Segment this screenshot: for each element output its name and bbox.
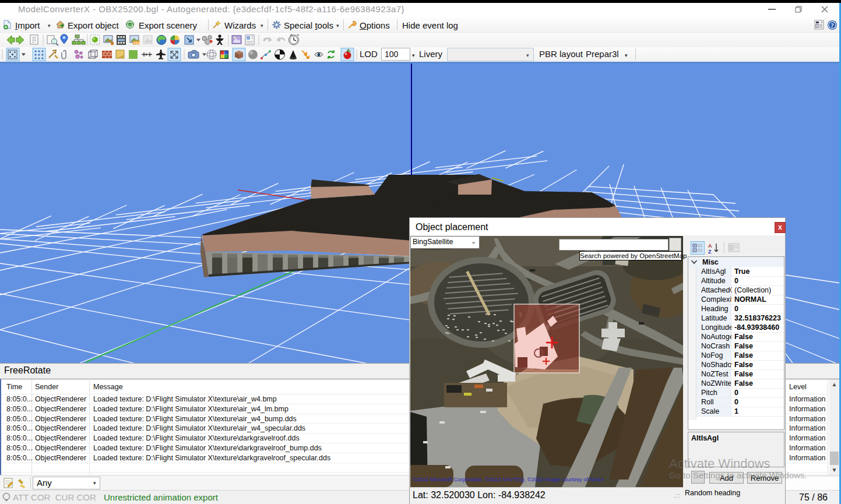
svg-text:XML: XML <box>133 41 142 45</box>
svg-text:©2022 Microsoft Corporation, ©: ©2022 Microsoft Corporation, ©2022 NAVTE… <box>413 477 605 482</box>
svg-text:A: A <box>708 243 712 249</box>
svg-text:Z: Z <box>708 249 712 254</box>
svg-text:?: ? <box>831 22 834 29</box>
